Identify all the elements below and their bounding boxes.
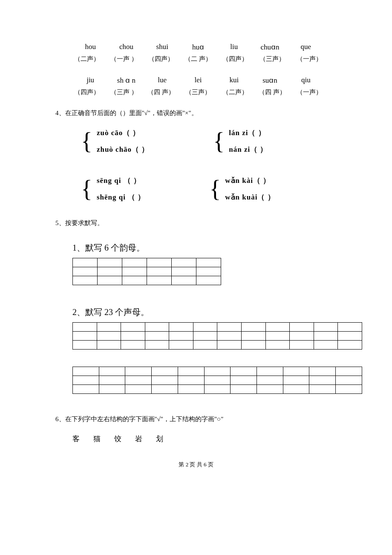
- pinyin-row-2: jiu sh ɑ n lue lei kui suɑn qiu: [55, 76, 337, 85]
- tone-cell: （四 声）: [254, 88, 291, 96]
- choice-item: nán zi（ ）: [229, 145, 268, 154]
- char-item: 划: [156, 434, 164, 444]
- char-item: 岩: [135, 434, 143, 444]
- tone-cell: （四声）: [68, 88, 105, 96]
- pinyin-cell: chuɑn: [252, 43, 288, 52]
- bracket-icon: {: [81, 182, 92, 195]
- pinyin-cell: suɑn: [252, 76, 288, 85]
- grid-12-cols-1: [72, 322, 362, 350]
- choice-item: zuò cāo（ ）: [97, 128, 149, 138]
- tone-cell: （三声）: [179, 88, 216, 96]
- pinyin-row-1: hou chou shui huɑ liu chuɑn que: [55, 43, 337, 52]
- tone-row-2: （四声） （三声 ） （四 声） （三声） （二声） （四 声） （一声）: [55, 88, 337, 96]
- pinyin-cell: que: [288, 43, 324, 52]
- tone-cell: （一声）: [291, 55, 328, 63]
- pinyin-cell: shui: [144, 43, 180, 52]
- question-6: 6、在下列字中左右结构的字下面画"√"，上下结构的字画"○": [55, 415, 337, 423]
- pinyin-cell: lei: [180, 76, 216, 85]
- tone-cell: （三声 ）: [105, 88, 142, 96]
- pinyin-cell: hou: [72, 43, 108, 52]
- pinyin-cell: huɑ: [180, 43, 216, 52]
- char-item: 饺: [114, 434, 122, 444]
- pinyin-cell: kui: [216, 76, 252, 85]
- subheading-2: 2、默写 23 个声母。: [72, 306, 337, 318]
- choice-item: wǎn kuài（ ）: [225, 192, 275, 202]
- bracket-group: { lán zi（ ） nán zi（ ）: [213, 128, 268, 154]
- pinyin-cell: jiu: [72, 76, 108, 85]
- tone-cell: （一声）: [291, 88, 328, 96]
- bracket-group: { wǎn kài（ ） wǎn kuài（ ）: [209, 176, 275, 202]
- choice-item: sēng qi （ ）: [97, 176, 146, 185]
- grid-12-cols-2: [72, 367, 362, 394]
- bracket-row-1: { zuò cāo（ ） zhuò chāo（ ） { lán zi（ ） ná…: [81, 128, 337, 154]
- tone-cell: （三声）: [254, 55, 291, 63]
- choice-item: zhuò chāo（ ）: [97, 145, 149, 154]
- choice-item: lán zi（ ）: [229, 128, 268, 138]
- tone-cell: （四声）: [217, 55, 254, 63]
- pinyin-cell: sh ɑ n: [108, 76, 144, 85]
- subheading-1: 1、默写 6 个韵母。: [72, 242, 337, 254]
- bracket-group: { sēng qi （ ） shēng qi （ ）: [81, 176, 145, 202]
- choice-item: shēng qi （ ）: [97, 192, 146, 202]
- tone-cell: （四 声）: [142, 88, 179, 96]
- grid-6-cols: [72, 258, 221, 285]
- question-4: 4、在正确音节后面的（）里面"√"，错误的画"×"。: [55, 109, 337, 117]
- bracket-group: { zuò cāo（ ） zhuò chāo（ ）: [81, 128, 149, 154]
- char-item: 客: [72, 434, 81, 444]
- pinyin-cell: chou: [108, 43, 144, 52]
- bracket-icon: {: [209, 182, 221, 195]
- pinyin-cell: qiu: [288, 76, 324, 85]
- pinyin-cell: lue: [144, 76, 180, 85]
- tone-cell: （四声）: [142, 55, 179, 63]
- bracket-icon: {: [213, 135, 225, 147]
- page-footer: 第 2 页 共 6 页: [55, 461, 337, 468]
- char-item: 猫: [93, 434, 101, 444]
- tone-cell: （二声）: [217, 88, 254, 96]
- pinyin-cell: liu: [216, 43, 252, 52]
- tone-cell: （二声）: [68, 55, 105, 63]
- choice-item: wǎn kài（ ）: [225, 176, 275, 185]
- bracket-row-2: { sēng qi （ ） shēng qi （ ） { wǎn kài（ ） …: [81, 176, 337, 202]
- tone-row-1: （二声） （一声 ） （四声） （二 声） （四声） （三声） （一声）: [55, 55, 337, 63]
- question-5: 5、按要求默写。: [55, 219, 337, 227]
- tone-cell: （一声 ）: [105, 55, 142, 63]
- character-row: 客 猫 饺 岩 划: [72, 434, 337, 444]
- tone-cell: （二 声）: [179, 55, 216, 63]
- bracket-icon: {: [81, 135, 92, 147]
